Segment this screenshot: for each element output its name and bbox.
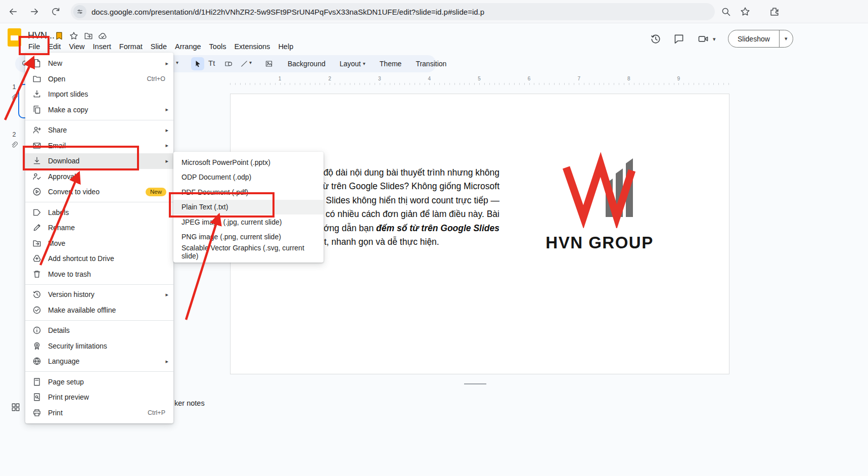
menu-divider [25, 284, 173, 285]
file-menu-item-download[interactable]: Download▸ [25, 153, 173, 169]
extensions-icon[interactable] [769, 7, 780, 17]
file-menu-item-move-to-trash[interactable]: Move to trash [25, 267, 173, 282]
filmstrip-entry[interactable]: 1 [5, 83, 23, 104]
line-tool-icon[interactable] [240, 60, 248, 68]
reload-icon[interactable] [51, 7, 61, 17]
select-tool[interactable] [191, 57, 204, 70]
ruler: 123456789 [230, 75, 729, 86]
file-menu-item-page-setup[interactable]: Page setup [25, 374, 173, 390]
download-item-scalable-vector-graphics-svg-current-slide[interactable]: Scalable Vector Graphics (.svg, current … [173, 244, 324, 259]
url-bar[interactable]: docs.google.com/presentation/d/1Hi22hVNh… [71, 3, 715, 20]
file-menu-item-print[interactable]: PrintCtrl+P [25, 405, 173, 421]
zoom-caret-icon[interactable]: ▾ [176, 60, 178, 65]
zoom-icon[interactable] [721, 7, 731, 17]
grid-view-icon[interactable] [11, 403, 20, 412]
file-menu-item-approvals[interactable]: Approvals [25, 169, 173, 185]
file-menu-item-open[interactable]: OpenCtrl+O [25, 71, 173, 87]
ruler-tick: 3 [378, 76, 381, 81]
file-menu-item-email[interactable]: Email▸ [25, 138, 173, 154]
menu-item-label: Scalable Vector Graphics (.svg, current … [181, 244, 315, 260]
file-menu-item-language[interactable]: Language▸ [25, 354, 173, 369]
browser-toolbar: docs.google.com/presentation/d/1Hi22hVNh… [0, 0, 868, 23]
menu-view[interactable]: View [65, 40, 88, 53]
menu-slide[interactable]: Slide [147, 40, 171, 53]
file-menu-item-convert-to-video[interactable]: Convert to videoNew [25, 184, 173, 200]
site-info-button[interactable] [73, 5, 86, 18]
bookmark-star-icon[interactable] [740, 7, 750, 17]
menu-tools[interactable]: Tools [205, 40, 231, 53]
download-item-jpeg-image-jpg-current-slide[interactable]: JPEG image (.jpg, current slide) [173, 214, 324, 230]
file-menu-item-share[interactable]: Share▸ [25, 122, 173, 138]
menu-item-label: Make a copy [48, 106, 162, 114]
menu-edit[interactable]: Edit [44, 40, 65, 53]
download-item-plain-text-txt[interactable]: Plain Text (.txt) [173, 200, 324, 215]
submenu-arrow-icon: ▸ [165, 291, 168, 298]
file-menu-item-print-preview[interactable]: Print preview [25, 390, 173, 405]
line-caret-icon[interactable]: ▾ [249, 60, 252, 65]
file-menu-item-security-limitations[interactable]: Security limitations [25, 338, 173, 354]
submenu-arrow-icon: ▸ [165, 158, 168, 164]
file-menu-item-move[interactable]: Move [25, 236, 173, 251]
toolbar-transition-button[interactable]: Transition [410, 57, 452, 70]
slideshow-caret-icon[interactable]: ▾ [780, 30, 793, 47]
file-menu-item-labels[interactable]: Labels [25, 205, 173, 221]
version-history-icon[interactable] [650, 33, 661, 45]
printer-icon [32, 408, 41, 417]
document-status-icon[interactable] [98, 31, 107, 40]
menu-item-label: Make available offline [48, 306, 168, 314]
menu-item-label: Print preview [48, 393, 168, 401]
slideshow-button[interactable]: Slideshow [728, 30, 780, 47]
download-submenu: Microsoft PowerPoint (.pptx)ODP Document… [173, 152, 324, 263]
file-menu-item-make-a-copy[interactable]: Make a copy▸ [25, 102, 173, 118]
google-slides-logo-icon[interactable] [8, 28, 21, 47]
comments-icon[interactable] [673, 33, 684, 45]
info-icon [32, 326, 41, 335]
paperclip-icon [10, 94, 18, 102]
trash-icon [32, 270, 41, 279]
forward-icon[interactable] [29, 7, 39, 17]
star-document-icon[interactable] [69, 31, 78, 40]
notes-resize-handle[interactable] [464, 383, 486, 384]
security-icon [32, 341, 41, 351]
file-menu-item-version-history[interactable]: Version history▸ [25, 287, 173, 302]
file-menu-item-details[interactable]: Details [25, 323, 173, 338]
back-icon[interactable] [8, 7, 18, 17]
menu-format[interactable]: Format [115, 40, 147, 53]
offline-check-icon [32, 306, 41, 315]
download-item-pdf-document-pdf[interactable]: PDF Document (.pdf) [173, 185, 324, 200]
filmstrip-entry[interactable]: 2 [5, 131, 23, 151]
shape-tool-icon[interactable] [224, 60, 233, 68]
insert-image-icon[interactable] [265, 60, 273, 68]
history-icon [32, 290, 41, 299]
ruler-tick: 5 [478, 76, 481, 81]
document-title[interactable]: HVN... [28, 30, 55, 41]
meet-caret-icon[interactable]: ▾ [713, 36, 716, 42]
ruler-tick: 9 [677, 76, 680, 81]
menu-item-label: ODP Document (.odp) [181, 173, 251, 181]
menu-arrange[interactable]: Arrange [171, 40, 205, 53]
download-item-microsoft-powerpoint-pptx[interactable]: Microsoft PowerPoint (.pptx) [173, 155, 324, 170]
menu-help[interactable]: Help [274, 40, 297, 53]
file-menu-item-new[interactable]: New▸ [25, 56, 173, 71]
move-document-icon[interactable] [84, 31, 93, 40]
menu-extensions[interactable]: Extensions [230, 40, 274, 53]
menu-item-label: PNG image (.png, current slide) [181, 233, 281, 241]
document-label-icon[interactable] [55, 31, 64, 40]
download-item-odp-document-odp[interactable]: ODP Document (.odp) [173, 170, 324, 185]
download-item-png-image-png-current-slide[interactable]: PNG image (.png, current slide) [173, 230, 324, 245]
file-menu-item-add-shortcut-to-drive[interactable]: Add shortcut to Drive [25, 251, 173, 267]
menu-item-label: Page setup [48, 378, 168, 386]
menu-item-label: Move to trash [48, 270, 168, 278]
speaker-notes-text[interactable]: ker notes [174, 399, 205, 407]
toolbar-theme-button[interactable]: Theme [374, 57, 407, 70]
file-menu-item-make-available-offline[interactable]: Make available offline [25, 302, 173, 318]
menu-item-label: Details [48, 326, 168, 334]
menu-file[interactable]: File [24, 40, 44, 53]
toolbar-background-button[interactable]: Background [282, 57, 331, 70]
toolbar-layout-button[interactable]: Layout▾ [334, 57, 371, 70]
menu-insert[interactable]: Insert [89, 40, 115, 53]
meet-video-icon[interactable] [698, 33, 709, 45]
file-menu-item-import-slides[interactable]: Import slides [25, 86, 173, 102]
text-box-tool[interactable]: Tt [208, 59, 215, 67]
file-menu-item-rename[interactable]: Rename [25, 220, 173, 236]
